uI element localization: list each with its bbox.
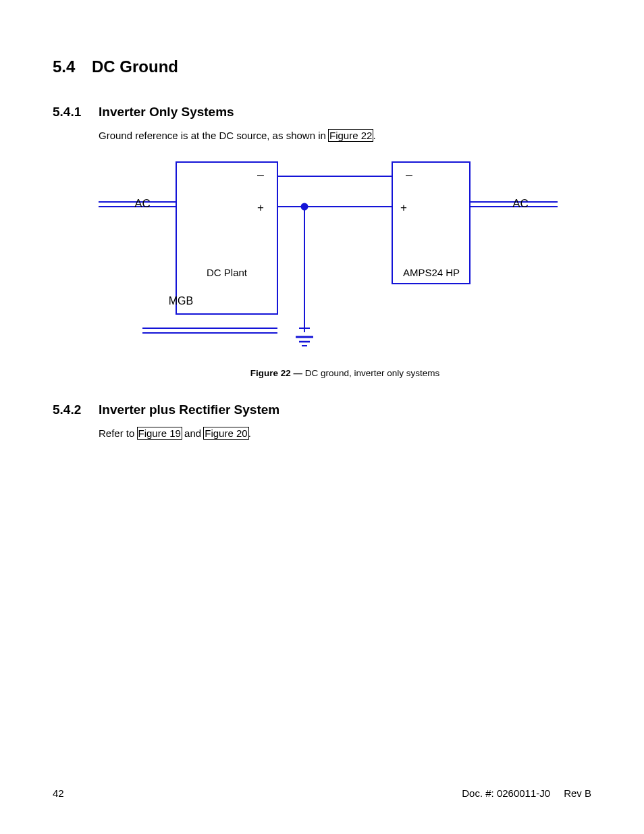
body-text-2: Refer to Figure 19 and Figure 20. bbox=[99, 427, 591, 440]
plus-left-label: + bbox=[257, 201, 264, 214]
figure-19-link[interactable]: Figure 19 bbox=[138, 427, 182, 439]
dc-plant-label: DC Plant bbox=[207, 267, 248, 278]
ac-left-label: AC bbox=[134, 197, 151, 210]
minus-right-label: _ bbox=[405, 163, 412, 176]
figure-22-link[interactable]: Figure 22 bbox=[329, 130, 373, 141]
caption-text: DC ground, inverter only systems bbox=[302, 368, 439, 378]
text-prefix-2: Refer to bbox=[99, 427, 138, 439]
svg-rect-4 bbox=[176, 162, 277, 314]
subsection-title-2: Inverter plus Rectifier System bbox=[99, 402, 279, 417]
figure-22: AC AC _ _ + + DC Plant AMPS24 HP MGB Fig… bbox=[99, 156, 591, 378]
text-prefix: Ground reference is at the DC source, as… bbox=[99, 130, 329, 141]
section-title: DC Ground bbox=[92, 57, 178, 76]
figure-22-svg: AC AC _ _ + + DC Plant AMPS24 HP MGB bbox=[99, 156, 558, 359]
amps-label: AMPS24 HP bbox=[403, 267, 460, 278]
figure-22-caption: Figure 22 — DC ground, inverter only sys… bbox=[99, 368, 591, 378]
page-number: 42 bbox=[53, 787, 64, 799]
text-suffix-2: . bbox=[248, 427, 251, 439]
svg-rect-5 bbox=[392, 162, 470, 284]
subsection-heading-2: 5.4.2Inverter plus Rectifier System bbox=[53, 402, 591, 417]
mgb-label: MGB bbox=[169, 295, 193, 307]
subsection-heading-1: 5.4.1Inverter Only Systems bbox=[53, 105, 591, 120]
text-mid-2: and bbox=[182, 427, 204, 439]
svg-point-9 bbox=[301, 203, 308, 210]
subsection-title-1: Inverter Only Systems bbox=[99, 105, 234, 119]
section-number: 5.4 bbox=[53, 57, 92, 76]
text-suffix: . bbox=[373, 130, 375, 141]
body-text-1: Ground reference is at the DC source, as… bbox=[99, 129, 591, 142]
subsection-number-2: 5.4.2 bbox=[53, 402, 99, 417]
rev-label: Rev B bbox=[564, 787, 591, 799]
section-heading: 5.4DC Ground bbox=[53, 57, 591, 76]
ac-right-label: AC bbox=[512, 197, 529, 210]
minus-left-label: _ bbox=[257, 163, 264, 176]
subsection-number-1: 5.4.1 bbox=[53, 105, 99, 120]
page-footer: 42 Doc. #: 0260011-J0 Rev B bbox=[53, 787, 591, 799]
figure-20-link[interactable]: Figure 20 bbox=[204, 427, 248, 439]
caption-label: Figure 22 — bbox=[250, 368, 302, 378]
plus-right-label: + bbox=[400, 201, 407, 214]
doc-number: Doc. #: 0260011-J0 bbox=[462, 787, 550, 799]
